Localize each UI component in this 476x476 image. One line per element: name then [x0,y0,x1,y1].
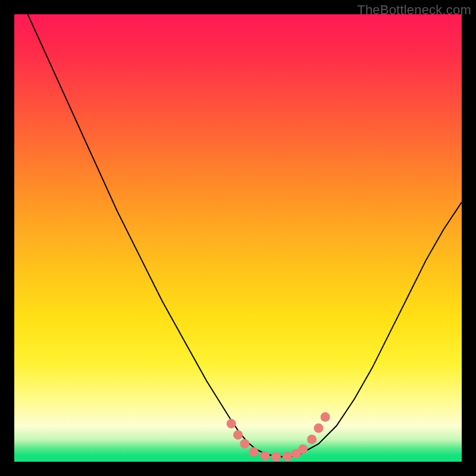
curve-marker [249,447,258,457]
curve-marker [314,424,323,433]
marker-group [227,412,330,462]
curve-marker [283,452,292,461]
curve-marker [298,444,308,454]
curve-marker [233,430,243,440]
curve-marker [271,452,281,462]
curve-marker [227,419,236,428]
curve-layer [14,14,462,462]
curve-marker [307,434,317,444]
bottleneck-curve [28,14,462,457]
plot-area [14,14,462,462]
watermark-text: TheBottleneck.com [357,2,471,18]
chart-frame: TheBottleneck.com [0,0,476,476]
curve-marker [260,451,270,461]
curve-marker [321,412,330,422]
curve-marker [240,439,249,449]
